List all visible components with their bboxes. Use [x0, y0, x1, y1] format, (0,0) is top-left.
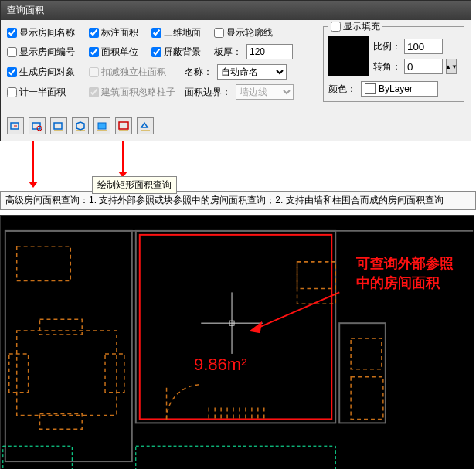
- svg-rect-20: [351, 377, 383, 420]
- svg-rect-13: [9, 354, 29, 393]
- chk-ignore-col: 建筑面积忽略柱子: [89, 86, 180, 99]
- left-column: 显示房间名称 标注面积 三维地面 显示轮廓线 显示房间编号 面积单位 屏蔽背景 …: [7, 26, 320, 104]
- svg-rect-7: [136, 231, 335, 423]
- tooltip-draw-rect: 绘制矩形面积查询: [92, 176, 177, 194]
- chk-show-fill[interactable]: 显示填充: [328, 20, 382, 33]
- svg-rect-38: [136, 446, 335, 469]
- annotation-arrows: 绘制矩形面积查询: [0, 141, 476, 189]
- lbl-color: 颜色：: [328, 83, 356, 96]
- lbl-slab-thick: 板厚：: [214, 46, 242, 59]
- svg-rect-4: [98, 123, 106, 129]
- right-column: 显示填充 比例： 转角： ▲▼: [323, 26, 464, 104]
- chk-gen-room-obj[interactable]: 生成房间对象: [7, 66, 84, 79]
- sel-area-bound[interactable]: 墙边线: [236, 84, 294, 100]
- chk-room-name[interactable]: 显示房间名称: [7, 26, 84, 39]
- svg-rect-19: [351, 338, 382, 369]
- svg-marker-36: [251, 323, 261, 332]
- svg-line-35: [251, 292, 339, 331]
- chk-3d-floor[interactable]: 三维地面: [151, 26, 209, 39]
- sel-name[interactable]: 自动命名: [217, 64, 287, 80]
- tool-btn-1[interactable]: [7, 117, 24, 134]
- rotate-spinner[interactable]: ▲▼: [446, 59, 457, 74]
- area-value-text: 9.86m²: [194, 355, 246, 375]
- tool-btn-5[interactable]: [94, 117, 110, 134]
- svg-point-2: [37, 126, 42, 131]
- chk-room-number[interactable]: 显示房间编号: [7, 46, 84, 59]
- svg-rect-12: [17, 331, 117, 415]
- fill-swatch[interactable]: [328, 36, 369, 76]
- input-scale[interactable]: [404, 39, 443, 54]
- input-slab-thick[interactable]: [246, 44, 293, 59]
- svg-rect-37: [3, 446, 72, 469]
- chk-deduct-col: 扣减独立柱面积: [89, 66, 180, 79]
- cad-viewport[interactable]: 可查询外部参照 中的房间面积 9.86m²: [0, 215, 474, 469]
- tool-btn-3[interactable]: [50, 117, 67, 134]
- tool-btn-4[interactable]: [72, 117, 89, 134]
- chk-area-unit[interactable]: 面积单位: [89, 46, 147, 59]
- sel-color[interactable]: ByLayer: [361, 81, 438, 97]
- svg-rect-15: [40, 319, 83, 335]
- svg-rect-10: [140, 235, 332, 420]
- svg-rect-3: [54, 123, 62, 129]
- svg-rect-18: [298, 262, 336, 289]
- color-value: ByLayer: [379, 83, 413, 94]
- color-chip: [365, 83, 376, 94]
- svg-rect-14: [105, 354, 124, 393]
- chk-show-outline[interactable]: 显示轮廓线: [214, 26, 273, 39]
- svg-rect-11: [17, 246, 71, 281]
- lbl-scale: 比例：: [373, 40, 401, 53]
- area-query-dialog: 查询面积 显示房间名称 标注面积 三维地面 显示轮廓线 显示房间编号 面积单位 …: [0, 0, 471, 141]
- svg-rect-5: [119, 122, 128, 129]
- svg-rect-16: [40, 413, 83, 429]
- tool-btn-6[interactable]: [115, 117, 132, 134]
- chk-half-area[interactable]: 计一半面积: [7, 86, 84, 99]
- lbl-name: 名称：: [185, 66, 212, 79]
- fill-section: 显示填充 比例： 转角： ▲▼: [323, 26, 464, 102]
- svg-rect-6: [5, 231, 132, 461]
- input-rotate[interactable]: [404, 59, 443, 74]
- chk-mask-bg[interactable]: 屏蔽背景: [151, 46, 209, 59]
- toolbar: [1, 114, 471, 141]
- tool-btn-7[interactable]: [137, 117, 154, 134]
- svg-rect-17: [298, 262, 336, 304]
- lbl-area-bound: 面积边界：: [185, 86, 231, 99]
- annotation-label: 可查询外部参照 中的房间面积: [356, 254, 454, 293]
- tool-btn-2[interactable]: [29, 117, 46, 134]
- lbl-rotate: 转角：: [373, 60, 401, 73]
- dialog-title: 查询面积: [1, 1, 471, 20]
- chk-label-area[interactable]: 标注面积: [89, 26, 147, 39]
- info-bar: 高级房间面积查询：1. 支持外部参照或块参照中的房间面积查询；2. 支持由墙和柱…: [0, 191, 476, 210]
- dialog-content: 显示房间名称 标注面积 三维地面 显示轮廓线 显示房间编号 面积单位 屏蔽背景 …: [1, 20, 471, 110]
